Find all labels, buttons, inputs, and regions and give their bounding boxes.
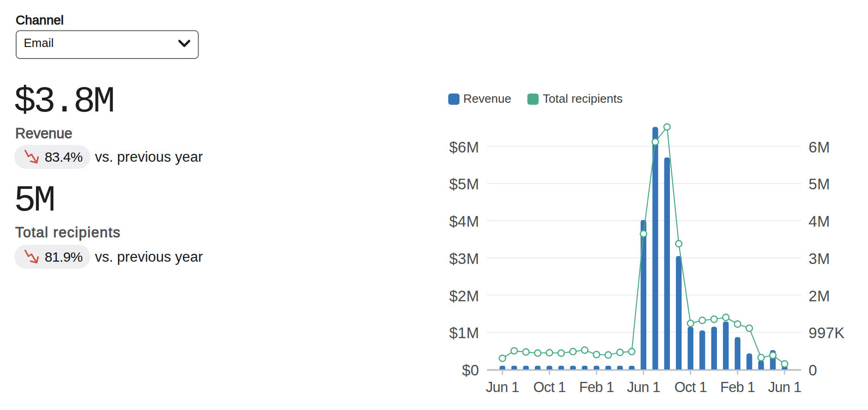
- svg-text:Feb 1: Feb 1: [579, 379, 614, 395]
- svg-text:0: 0: [809, 362, 817, 379]
- svg-text:5M: 5M: [14, 180, 53, 222]
- svg-text:2M: 2M: [809, 287, 830, 305]
- svg-text:Total recipients: Total recipients: [543, 92, 622, 105]
- svg-text:Feb 1: Feb 1: [720, 379, 755, 395]
- svg-text:Jun 1: Jun 1: [486, 379, 519, 395]
- svg-text:Oct 1: Oct 1: [534, 379, 566, 395]
- svg-text:Oct 1: Oct 1: [674, 379, 707, 395]
- svg-text:5M: 5M: [809, 176, 830, 193]
- svg-text:$1M: $1M: [449, 324, 479, 341]
- svg-text:vs. previous year: vs. previous year: [95, 149, 203, 165]
- svg-text:Email: Email: [24, 36, 54, 50]
- svg-text:$6M: $6M: [449, 139, 479, 156]
- svg-text:$3.8M: $3.8M: [14, 81, 113, 123]
- svg-text:$5M: $5M: [449, 176, 479, 193]
- svg-text:4M: 4M: [809, 213, 830, 230]
- svg-text:Channel: Channel: [16, 13, 64, 27]
- svg-text:81.9%: 81.9%: [45, 249, 82, 264]
- svg-text:Total recipients: Total recipients: [15, 224, 121, 240]
- svg-text:Revenue: Revenue: [15, 125, 72, 141]
- svg-text:Jun 1: Jun 1: [768, 379, 801, 395]
- svg-text:$2M: $2M: [449, 287, 479, 305]
- svg-text:$3M: $3M: [449, 250, 479, 267]
- svg-text:Revenue: Revenue: [463, 92, 511, 105]
- svg-text:vs. previous year: vs. previous year: [95, 249, 203, 265]
- svg-text:3M: 3M: [809, 250, 830, 267]
- svg-text:6M: 6M: [809, 139, 830, 156]
- svg-text:$0: $0: [462, 362, 479, 379]
- svg-text:Jun 1: Jun 1: [627, 379, 660, 395]
- svg-text:997K: 997K: [809, 324, 845, 341]
- svg-text:$4M: $4M: [449, 213, 479, 230]
- svg-text:83.4%: 83.4%: [45, 149, 82, 164]
